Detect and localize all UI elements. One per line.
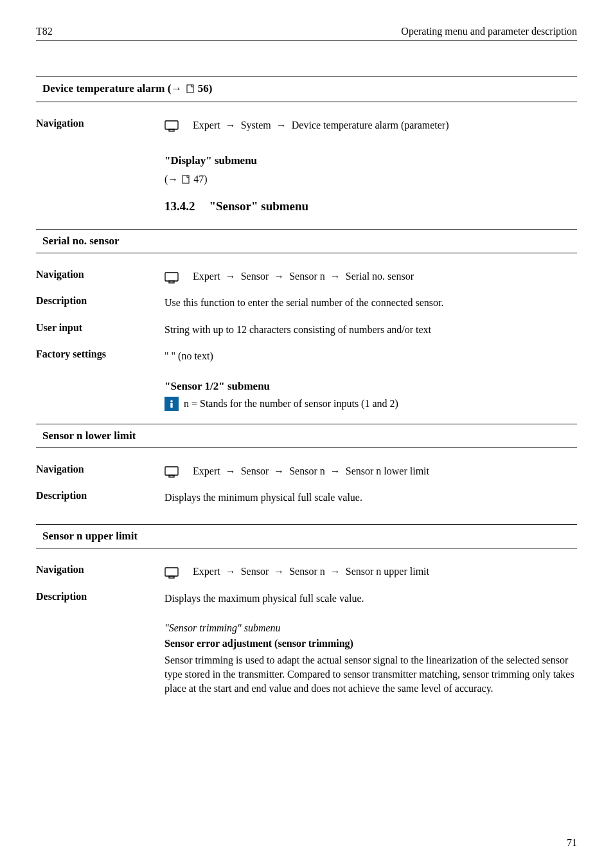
sensor-trimming-block: "Sensor trimming" submenu Sensor error a… bbox=[164, 622, 577, 696]
svg-rect-1 bbox=[165, 121, 178, 129]
label-navigation: Navigation bbox=[36, 564, 164, 575]
row-desc-upper: Description Displays the maximum physica… bbox=[36, 591, 577, 606]
label-navigation: Navigation bbox=[36, 269, 164, 280]
arrow-icon: → bbox=[226, 271, 236, 282]
label-navigation: Navigation bbox=[36, 118, 164, 129]
page-number: 71 bbox=[567, 837, 577, 849]
nav-seg2: Sensor bbox=[238, 271, 272, 282]
trimming-body: Sensor trimming is used to adapt the act… bbox=[164, 653, 577, 696]
value-navigation: Expert → Sensor → Sensor n → Sensor n lo… bbox=[164, 464, 577, 478]
section-title: "Sensor" submenu bbox=[209, 199, 309, 213]
row-input-serial: User input String with up to 12 characte… bbox=[36, 322, 577, 337]
nav-seg2: Sensor bbox=[238, 566, 272, 577]
nav-seg1: Expert bbox=[193, 466, 223, 476]
param-title-upper-limit: Sensor n upper limit bbox=[36, 524, 577, 548]
display-submenu-ref: (→ 47) bbox=[164, 174, 577, 186]
nav-seg2: System bbox=[238, 120, 274, 131]
nav-seg4: Serial no. sensor bbox=[343, 271, 414, 282]
svg-rect-7 bbox=[170, 403, 172, 408]
row-nav-serial: Navigation Expert → Sensor → Sensor n → … bbox=[36, 269, 577, 284]
arrow-icon: → bbox=[330, 466, 341, 476]
svg-rect-4 bbox=[165, 273, 178, 281]
value-description: Displays the minimum physical full scale… bbox=[164, 490, 577, 505]
row-desc-lower: Description Displays the minimum physica… bbox=[36, 490, 577, 505]
label-navigation: Navigation bbox=[36, 464, 164, 475]
title-page: 56) bbox=[198, 82, 213, 95]
display-device-icon bbox=[164, 466, 179, 478]
display-device-icon bbox=[164, 120, 179, 132]
svg-point-6 bbox=[170, 400, 173, 402]
svg-rect-8 bbox=[165, 467, 178, 475]
param-title-lower-limit: Sensor n lower limit bbox=[36, 424, 577, 448]
info-icon bbox=[164, 397, 179, 411]
row-nav-device-temp: Navigation Expert → System → Device temp… bbox=[36, 118, 577, 132]
display-submenu-title: "Display" submenu bbox=[164, 154, 577, 167]
ref-page: 47) bbox=[193, 174, 207, 185]
nav-seg3: Sensor n bbox=[287, 271, 328, 282]
sensor12-title: "Sensor 1/2" submenu bbox=[164, 380, 577, 393]
label-factory-settings: Factory settings bbox=[36, 348, 164, 360]
label-user-input: User input bbox=[36, 322, 164, 334]
value-factory-settings: " " (no text) bbox=[164, 348, 577, 363]
row-nav-lower: Navigation Expert → Sensor → Sensor n → … bbox=[36, 464, 577, 478]
value-navigation: Expert → Sensor → Sensor n → Serial no. … bbox=[164, 269, 577, 284]
label-description: Description bbox=[36, 490, 164, 502]
arrow-icon: → bbox=[274, 271, 284, 282]
page-header: T82 Operating menu and parameter descrip… bbox=[36, 26, 577, 41]
value-description: Use this function to enter the serial nu… bbox=[164, 295, 577, 310]
header-right: Operating menu and parameter description bbox=[401, 26, 577, 37]
nav-seg4: Sensor n upper limit bbox=[343, 566, 429, 577]
nav-seg3: Sensor n bbox=[287, 566, 328, 577]
section-number: 13.4.2 bbox=[164, 199, 195, 213]
svg-rect-2 bbox=[169, 129, 174, 131]
arrow-icon: → bbox=[226, 120, 236, 131]
header-left: T82 bbox=[36, 26, 53, 37]
value-navigation: Expert → Sensor → Sensor n → Sensor n up… bbox=[164, 564, 577, 579]
label-description: Description bbox=[36, 591, 164, 602]
sensor12-info-text: n = Stands for the number of sensor inpu… bbox=[184, 398, 398, 410]
svg-rect-0 bbox=[187, 85, 193, 93]
row-factory-serial: Factory settings " " (no text) bbox=[36, 348, 577, 363]
arrow-icon: → bbox=[226, 566, 236, 577]
row-desc-serial: Description Use this function to enter t… bbox=[36, 295, 577, 310]
svg-rect-11 bbox=[169, 576, 174, 578]
nav-seg4: Sensor n lower limit bbox=[343, 466, 429, 476]
arrow-icon: → bbox=[276, 120, 287, 131]
sensor12-info-row: n = Stands for the number of sensor inpu… bbox=[164, 397, 577, 411]
label-description: Description bbox=[36, 295, 164, 307]
svg-rect-3 bbox=[182, 176, 189, 183]
page-ref-icon bbox=[182, 175, 190, 186]
trimming-subtitle: "Sensor trimming" submenu bbox=[164, 622, 577, 634]
value-user-input: String with up to 12 characters consisti… bbox=[164, 322, 577, 337]
title-text-pre: Device temperature alarm (→ bbox=[42, 82, 185, 95]
svg-rect-10 bbox=[165, 568, 178, 576]
nav-seg1: Expert bbox=[193, 271, 223, 282]
nav-seg2: Sensor bbox=[238, 466, 272, 476]
nav-seg1: Expert bbox=[193, 566, 223, 577]
param-title-serial-no: Serial no. sensor bbox=[36, 229, 577, 253]
arrow-icon: → bbox=[330, 271, 341, 282]
display-submenu-block: "Display" submenu (→ 47) bbox=[164, 154, 577, 186]
display-device-icon bbox=[164, 272, 179, 284]
arrow-icon: → bbox=[274, 566, 284, 577]
nav-seg3: Sensor n bbox=[287, 466, 328, 476]
sensor12-submenu-block: "Sensor 1/2" submenu n = Stands for the … bbox=[164, 380, 577, 411]
arrow-icon: → bbox=[274, 466, 284, 476]
page-ref-icon bbox=[186, 84, 194, 96]
nav-seg3: Device temperature alarm (parameter) bbox=[289, 120, 449, 131]
value-description: Displays the maximum physical full scale… bbox=[164, 591, 577, 606]
value-navigation: Expert → System → Device temperature ala… bbox=[164, 118, 577, 132]
arrow-icon: → bbox=[330, 566, 341, 577]
arrow-icon: → bbox=[226, 466, 236, 476]
trimming-heading: Sensor error adjustment (sensor trimming… bbox=[164, 638, 577, 649]
param-title-device-temp-alarm: Device temperature alarm (→ 56) bbox=[36, 77, 577, 102]
display-device-icon bbox=[164, 567, 179, 579]
svg-rect-5 bbox=[169, 281, 174, 283]
svg-rect-9 bbox=[169, 475, 174, 477]
sensor-submenu-heading: 13.4.2"Sensor" submenu bbox=[164, 199, 577, 213]
ref-pre: (→ bbox=[164, 174, 181, 185]
row-nav-upper: Navigation Expert → Sensor → Sensor n → … bbox=[36, 564, 577, 579]
nav-seg1: Expert bbox=[193, 120, 223, 131]
